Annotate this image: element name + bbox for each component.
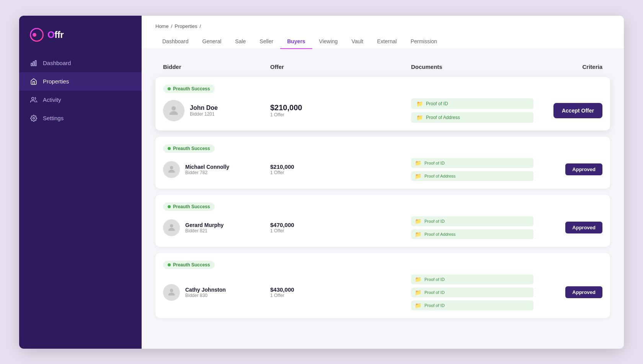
bidder-1-offer-count: 1 Offer [270, 170, 411, 175]
bidder-3-details: Cathy Johnston Bidder 830 [185, 287, 226, 298]
featured-doc-2[interactable]: 📁 Proof of Address [411, 112, 534, 123]
status-dot [168, 87, 171, 90]
sidebar-item-dashboard-label: Dashboard [43, 60, 71, 66]
bidder-2-doc-2[interactable]: 📁 Proof of Address [411, 229, 534, 239]
svg-point-6 [170, 166, 173, 170]
bidder-card-1: Preauth Success Michael Connolly Bidder … [155, 137, 610, 189]
featured-offer: $210,000 1 Offer [270, 103, 411, 118]
sidebar-item-properties-label: Properties [43, 78, 69, 85]
bidder-3-doc-3[interactable]: 📁 Proof of ID [411, 300, 534, 310]
featured-avatar [163, 100, 184, 121]
bidder-2-status-text: Preauth Success [173, 204, 210, 209]
bidder-3-doc-2-label: Proof of ID [424, 290, 445, 295]
bidder-1-details: Michael Connolly Bidder 782 [185, 164, 229, 175]
bidder-1-doc-1-label: Proof of ID [424, 161, 445, 165]
bidder-1-doc-1[interactable]: 📁 Proof of ID [411, 158, 534, 168]
featured-criteria: Accept Offer [534, 103, 602, 118]
sidebar-item-properties[interactable]: Properties [19, 72, 142, 91]
bidder-2-avatar [163, 219, 180, 236]
folder-icon-b1-1: 📁 [415, 160, 421, 166]
bidder-3-doc-2[interactable]: 📁 Proof of ID [411, 287, 534, 297]
sidebar-item-activity[interactable]: Activity [19, 91, 142, 109]
bidder-3-criteria: Approved [534, 286, 602, 298]
tab-buyers[interactable]: Buyers [280, 34, 312, 49]
bidder-1-approved-button[interactable]: Approved [565, 163, 602, 175]
bidder-1-offer-amount: $210,000 [270, 163, 411, 170]
bidder-1-offer: $210,000 1 Offer [270, 163, 411, 175]
sidebar-item-settings[interactable]: Settings [19, 109, 142, 127]
tab-vault[interactable]: Vault [344, 34, 370, 49]
bidder-1-doc-2-label: Proof of Address [424, 174, 455, 178]
bidder-2-status: Preauth Success [163, 202, 215, 211]
bidder-2-offer-amount: $470,000 [270, 222, 411, 228]
tab-dashboard[interactable]: Dashboard [155, 34, 196, 49]
bidder-2-info: Gerard Murphy Bidder 821 [163, 219, 270, 236]
bidder-3-doc-1[interactable]: 📁 Proof of ID [411, 274, 534, 284]
bidder-1-row: Michael Connolly Bidder 782 $210,000 1 O… [163, 158, 602, 181]
bidder-3-offer-amount: $430,000 [270, 286, 411, 293]
featured-documents: 📁 Proof of ID 📁 Proof of Address [411, 98, 534, 123]
bidder-2-approved-button[interactable]: Approved [565, 222, 602, 233]
svg-point-3 [32, 97, 34, 100]
users-icon [30, 96, 38, 104]
content-area: Bidder Offer Documents Criteria Preauth … [142, 49, 624, 349]
bidder-3-documents: 📁 Proof of ID 📁 Proof of ID 📁 Proof of I… [411, 274, 534, 310]
bidder-2-doc-1[interactable]: 📁 Proof of ID [411, 216, 534, 226]
tab-sale[interactable]: Sale [228, 34, 253, 49]
breadcrumb: Home / Properties / [155, 23, 610, 29]
bidder-3-row: Cathy Johnston Bidder 830 $430,000 1 Off… [163, 274, 602, 310]
tab-viewing[interactable]: Viewing [312, 34, 345, 49]
featured-status-text: Preauth Success [173, 86, 210, 91]
bidder-2-name: Gerard Murphy [185, 222, 224, 228]
bidder-3-doc-1-label: Proof of ID [424, 277, 445, 282]
featured-offer-count: 1 Offer [270, 112, 411, 118]
accept-offer-button[interactable]: Accept Offer [553, 103, 602, 118]
svg-point-5 [171, 106, 176, 110]
featured-doc-1[interactable]: 📁 Proof of ID [411, 98, 534, 109]
tab-permission[interactable]: Permission [404, 34, 444, 49]
bidder-2-id: Bidder 821 [185, 228, 224, 233]
svg-rect-0 [31, 63, 32, 66]
bidder-2-documents: 📁 Proof of ID 📁 Proof of Address [411, 216, 534, 239]
status-dot-1 [168, 147, 171, 150]
status-dot-2 [168, 205, 171, 208]
col-documents: Documents [411, 64, 534, 70]
tab-external[interactable]: External [370, 34, 403, 49]
svg-point-7 [170, 224, 173, 228]
col-criteria: Criteria [534, 64, 602, 70]
bidder-2-row: Gerard Murphy Bidder 821 $470,000 1 Offe… [163, 216, 602, 239]
breadcrumb-sep-2: / [200, 23, 201, 29]
tab-general[interactable]: General [196, 34, 228, 49]
logo-area: Offr [19, 16, 142, 54]
featured-doc-2-label: Proof of Address [426, 115, 460, 120]
bidder-1-info: Michael Connolly Bidder 782 [163, 161, 270, 178]
featured-bidder-card: Preauth Success John Doe Bidder 1201 $21… [155, 77, 610, 131]
bidder-1-criteria: Approved [534, 163, 602, 175]
featured-bidder-info: John Doe Bidder 1201 [163, 100, 270, 121]
bidder-card-2: Preauth Success Gerard Murphy Bidder 821… [155, 195, 610, 247]
sidebar-item-settings-label: Settings [43, 115, 64, 121]
bidder-3-status-text: Preauth Success [173, 262, 210, 268]
sidebar-item-dashboard[interactable]: Dashboard [19, 54, 142, 72]
bidder-2-offer-count: 1 Offer [270, 228, 411, 233]
sidebar-item-activity-label: Activity [43, 96, 61, 103]
breadcrumb-home[interactable]: Home [155, 23, 169, 29]
bidder-3-avatar [163, 284, 180, 301]
bidder-1-doc-2[interactable]: 📁 Proof of Address [411, 171, 534, 181]
bidder-1-name: Michael Connolly [185, 164, 229, 170]
bidder-3-name: Cathy Johnston [185, 287, 226, 293]
status-dot-3 [168, 263, 171, 266]
breadcrumb-properties[interactable]: Properties [175, 23, 197, 29]
folder-icon-b3-2: 📁 [415, 289, 421, 295]
bidder-card-3: Preauth Success Cathy Johnston Bidder 83… [155, 253, 610, 318]
tab-seller[interactable]: Seller [253, 34, 280, 49]
bidder-1-avatar [163, 161, 180, 178]
bidder-1-status-text: Preauth Success [173, 146, 210, 151]
folder-icon-2: 📁 [416, 114, 423, 121]
bidder-1-status: Preauth Success [163, 144, 215, 153]
folder-icon-b2-1: 📁 [415, 218, 421, 224]
bar-chart-icon [30, 59, 38, 67]
bidder-2-details: Gerard Murphy Bidder 821 [185, 222, 224, 233]
bidder-3-approved-button[interactable]: Approved [565, 286, 602, 298]
folder-icon-b3-1: 📁 [415, 276, 421, 282]
